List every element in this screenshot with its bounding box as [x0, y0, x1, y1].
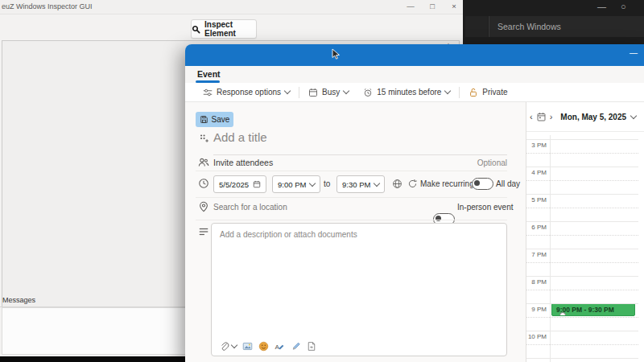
response-options-button[interactable]: Response options: [196, 85, 297, 100]
toolbar-divider: [299, 87, 299, 98]
recurring-icon: [407, 179, 418, 189]
description-editor[interactable]: Add a description or attach documents A: [211, 223, 507, 356]
hour-label: 6 PM: [526, 224, 547, 231]
save-label: Save: [212, 115, 230, 124]
half-hour-line: [526, 344, 638, 345]
date-picker-field[interactable]: 5/5/2025: [213, 175, 266, 193]
mouse-cursor: [332, 48, 341, 60]
chevron-down-icon: [309, 179, 316, 186]
calendar-icon: [308, 88, 318, 97]
response-options-label: Response options: [217, 88, 281, 97]
date-value: 5/5/2025: [219, 180, 249, 189]
in-person-label: In-person event: [457, 203, 514, 212]
inspector-maximize-button[interactable]: □: [428, 2, 436, 10]
description-placeholder: Add a description or attach documents: [220, 230, 357, 239]
background-circle-button[interactable]: ○: [621, 2, 626, 11]
inspector-titlebar[interactable]: euZ Windows Inspector GUI — □ ×: [0, 0, 463, 14]
inspector-close-button[interactable]: ×: [450, 2, 458, 10]
invite-attendees-input[interactable]: Invite attendees: [213, 158, 273, 167]
half-hour-line: [526, 290, 638, 290]
hour-line: [526, 249, 638, 249]
day-calendar-panel: ‹ › Mon, May 5, 2025 9:00 PM - 9:30 PM 3…: [526, 102, 644, 362]
hour-line: [526, 276, 638, 277]
hour-label: 4 PM: [526, 169, 547, 176]
make-recurring-button[interactable]: Make recurring: [420, 179, 474, 188]
emoji-button[interactable]: [258, 341, 269, 352]
signature-pen-icon[interactable]: A: [275, 341, 285, 352]
hour-line: [526, 194, 638, 195]
hour-line: [526, 139, 638, 140]
half-hour-line: [526, 208, 638, 208]
inspector-window-controls: — □ ×: [407, 2, 458, 10]
all-day-toggle[interactable]: [472, 178, 493, 190]
inspect-element-button[interactable]: Inspect Element: [191, 19, 257, 39]
half-hour-line: [526, 317, 638, 318]
clock-icon: [198, 178, 209, 189]
chevron-down-icon: [231, 342, 237, 348]
busy-label: Busy: [322, 88, 340, 97]
hour-label: 9 PM: [526, 306, 547, 313]
inspect-element-label: Inspect Element: [204, 20, 256, 38]
start-time-select[interactable]: 9:00 PM: [272, 175, 320, 193]
reminder-label: 15 minutes before: [377, 88, 441, 97]
form-divider: [196, 220, 507, 220]
start-time-value: 9:00 PM: [278, 180, 306, 189]
loop-document-icon[interactable]: [307, 341, 316, 352]
magnifier-icon: [192, 25, 200, 34]
draw-pencil-icon[interactable]: [291, 341, 301, 352]
chevron-down-icon: [284, 88, 291, 94]
event-title-icon: [199, 133, 210, 144]
location-search-input[interactable]: Search for a location: [213, 203, 287, 212]
timezone-globe-icon[interactable]: [392, 179, 402, 189]
private-label: Private: [482, 88, 507, 97]
dialog-ribbon-toolbar: Response options Busy 15 minutes before: [185, 83, 644, 102]
inspector-window-title: euZ Windows Inspector GUI: [2, 2, 93, 10]
description-lines-icon: [198, 226, 209, 237]
hour-label: 5 PM: [526, 196, 547, 204]
messages-section-label: Messages: [2, 296, 35, 304]
sliders-icon: [203, 88, 213, 97]
event-title-input[interactable]: Add a title: [213, 130, 267, 144]
half-hour-line: [526, 153, 638, 154]
end-time-select[interactable]: 9:30 PM: [336, 175, 385, 193]
description-toolbar: A: [220, 341, 316, 352]
alarm-clock-icon: [363, 88, 373, 97]
attach-file-button[interactable]: [220, 342, 237, 352]
hour-label: 7 PM: [526, 251, 547, 258]
show-as-busy-button[interactable]: Busy: [301, 85, 356, 100]
all-day-label: All day: [496, 179, 520, 188]
chevron-down-icon: [444, 88, 451, 94]
to-label: to: [324, 179, 330, 188]
windows-search-field[interactable]: Search Windows: [489, 16, 644, 37]
insert-image-button[interactable]: [242, 341, 253, 352]
title-underline: [213, 154, 507, 155]
toolbar-divider: [459, 87, 460, 98]
background-minimize-button[interactable]: —: [597, 2, 606, 11]
dialog-minimize-button[interactable]: —: [630, 48, 638, 57]
form-divider: [196, 171, 507, 171]
hour-line: [526, 167, 638, 167]
dialog-tab-row: Event: [185, 66, 644, 83]
event-dialog: — Event Response options Busy: [185, 44, 644, 362]
event-drag-handle[interactable]: [559, 312, 566, 316]
paperclip-icon: [220, 342, 229, 352]
reminder-button[interactable]: 15 minutes before: [356, 85, 457, 100]
screen: — ○ Search Windows euZ Windows Inspector…: [0, 0, 644, 362]
dialog-titlebar[interactable]: —: [185, 44, 644, 66]
hour-label: 10 PM: [526, 333, 547, 340]
save-icon: [200, 115, 208, 124]
attendees-people-icon: [198, 157, 209, 168]
half-hour-line: [526, 180, 638, 181]
chevron-down-icon: [343, 88, 349, 94]
location-pin-icon: [198, 201, 209, 212]
private-button[interactable]: Private: [461, 85, 514, 100]
hour-label: 8 PM: [526, 278, 547, 286]
calendar-picker-icon: [253, 180, 261, 188]
hour-line: [526, 303, 638, 304]
inspector-minimize-button[interactable]: —: [407, 2, 415, 10]
windows-search-placeholder: Search Windows: [497, 22, 561, 31]
calendar-event[interactable]: 9:00 PM - 9:30 PM: [551, 303, 635, 316]
tab-event[interactable]: Event: [197, 69, 221, 79]
save-button[interactable]: Save: [196, 112, 233, 127]
background-toolbar-button[interactable]: [465, 16, 488, 37]
